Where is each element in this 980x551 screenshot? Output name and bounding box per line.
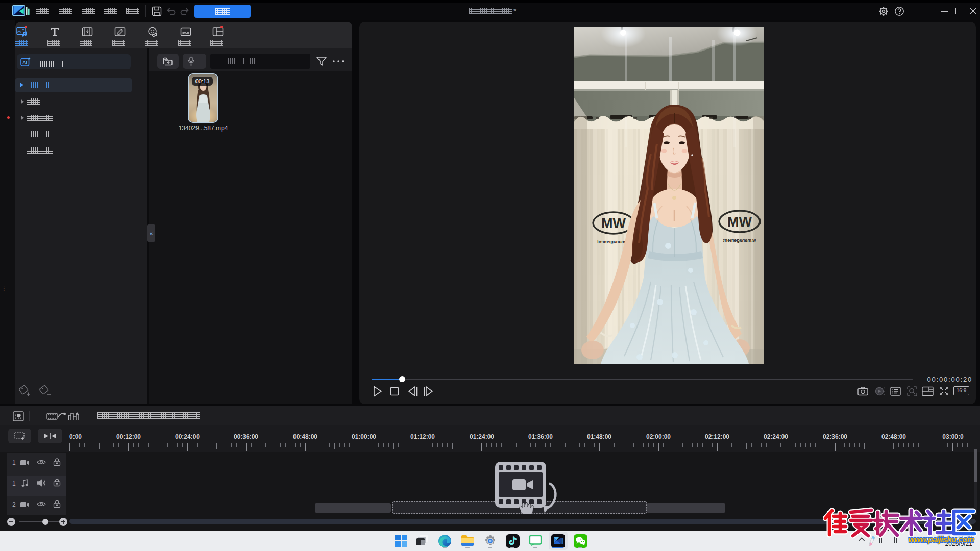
svg-text:MW: MW xyxy=(601,216,626,231)
svg-text:w.management: w.management xyxy=(723,238,757,243)
svg-text:AI: AI xyxy=(22,60,27,65)
svg-text:MW: MW xyxy=(727,214,752,230)
svg-text:www.paijishu.com: www.paijishu.com xyxy=(909,535,974,544)
